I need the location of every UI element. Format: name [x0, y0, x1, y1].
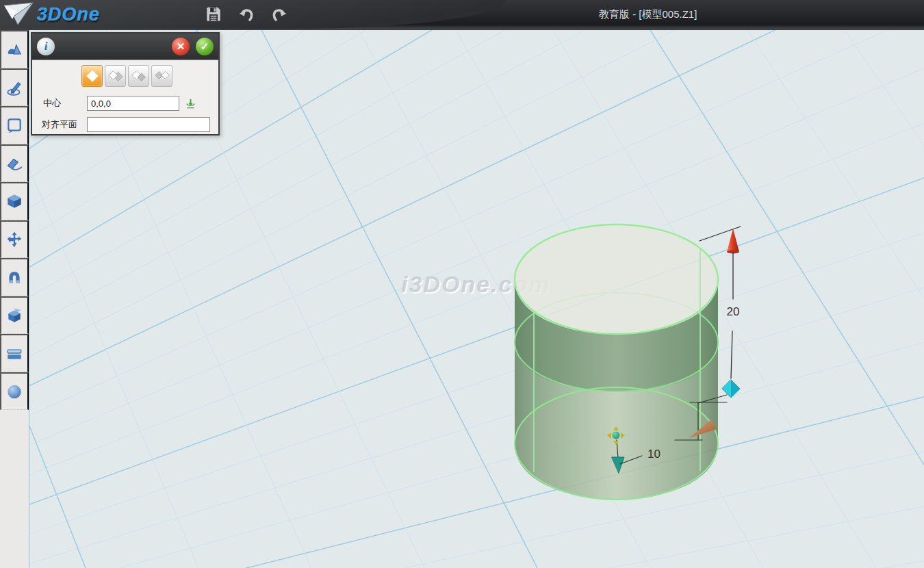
sidebar-item-sweep[interactable] — [0, 144, 29, 183]
align-plane-field-label: 对齐平面 — [42, 118, 87, 131]
window-title: 教育版 - [模型005.Z1] — [599, 0, 697, 30]
sphere-icon — [5, 383, 23, 400]
app-logo: 3DOne — [3, 1, 100, 27]
brand-name: 3DOne — [37, 4, 100, 25]
cancel-button[interactable]: ✕ — [172, 38, 190, 55]
confirm-button[interactable]: ✓ — [196, 38, 214, 55]
mode-intersect-button[interactable] — [151, 65, 172, 87]
redo-icon — [270, 5, 288, 23]
diamond-add-icon — [107, 67, 125, 85]
title-bar: 3DOne 教育版 - [模型005 — [0, 0, 924, 30]
redo-button[interactable] — [268, 3, 290, 25]
pick-point-button[interactable] — [185, 98, 196, 109]
height-drag-cone[interactable] — [727, 229, 739, 252]
diamond-intersect-icon — [153, 67, 171, 85]
sidebar-item-snap[interactable] — [0, 258, 29, 296]
height-dim-label[interactable]: 20 — [727, 305, 740, 318]
center-point-handle[interactable] — [613, 432, 620, 439]
sidebar-item-move[interactable] — [0, 220, 29, 259]
boolean-mode-row — [81, 65, 172, 87]
mode-add-button[interactable] — [105, 65, 126, 87]
cube-icon — [5, 192, 23, 210]
center-field-label: 中心 — [43, 97, 87, 109]
pick-point-icon — [185, 98, 196, 109]
sidebar-item-combine[interactable] — [0, 296, 29, 335]
cylinder-dialog: i ✕ ✓ — [31, 32, 220, 135]
info-button[interactable]: i — [37, 38, 55, 55]
mode-base-button[interactable] — [81, 65, 103, 87]
sidebar-item-solid-feature[interactable] — [0, 182, 29, 220]
shapes-icon — [5, 40, 23, 58]
align-plane-input[interactable] — [87, 117, 210, 132]
undo-button[interactable] — [235, 3, 257, 25]
dialog-header[interactable]: i ✕ ✓ — [32, 34, 218, 60]
magnet-icon — [5, 268, 23, 286]
save-button[interactable] — [203, 3, 224, 25]
pencil-icon — [5, 79, 23, 96]
sidebar-item-sketch-plane[interactable] — [0, 106, 29, 144]
sidebar-item-sketch[interactable] — [0, 68, 29, 107]
save-icon — [205, 5, 222, 23]
plane-region-icon — [5, 116, 23, 134]
sidebar-item-material[interactable] — [0, 372, 29, 411]
sidebar-item-section[interactable] — [0, 334, 29, 372]
section-bars-icon — [5, 344, 23, 362]
combine-cube-icon — [5, 307, 23, 324]
diamond-subtract-icon — [130, 67, 148, 85]
radius-dim-label[interactable]: 10 — [647, 448, 660, 461]
tool-sidebar — [0, 30, 29, 568]
undo-icon — [238, 5, 255, 23]
dialog-body: 中心 对齐平面 — [32, 60, 218, 134]
diamond-base-icon — [84, 67, 101, 85]
move-icon — [5, 231, 23, 248]
paper-plane-icon — [3, 1, 34, 27]
sweep-icon — [5, 155, 23, 172]
height-dim-line-lower — [731, 331, 732, 378]
mode-subtract-button[interactable] — [128, 65, 149, 87]
sidebar-item-basic-shapes[interactable] — [0, 30, 29, 68]
center-input[interactable] — [87, 96, 179, 111]
